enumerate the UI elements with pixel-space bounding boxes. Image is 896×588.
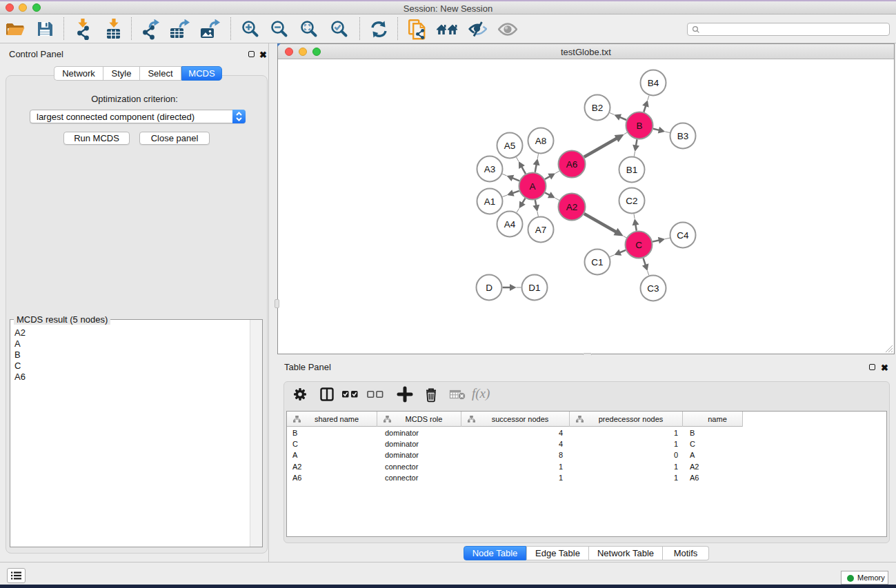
svg-text:C1: C1 <box>591 257 603 267</box>
svg-text:A: A <box>529 181 535 192</box>
svg-text:B1: B1 <box>626 165 638 175</box>
svg-text:A7: A7 <box>535 225 547 235</box>
svg-text:B: B <box>636 121 642 131</box>
svg-text:D: D <box>486 283 492 293</box>
svg-text:A6: A6 <box>566 159 578 170</box>
svg-text:B2: B2 <box>592 103 604 113</box>
svg-text:C: C <box>635 240 642 250</box>
svg-text:B4: B4 <box>648 78 659 88</box>
svg-text:C3: C3 <box>647 283 659 294</box>
svg-text:A1: A1 <box>484 196 496 207</box>
svg-text:A4: A4 <box>504 219 516 230</box>
svg-text:C2: C2 <box>626 196 637 206</box>
svg-text:A3: A3 <box>484 164 496 174</box>
svg-text:D1: D1 <box>528 283 540 293</box>
svg-text:B3: B3 <box>677 131 689 141</box>
svg-text:A8: A8 <box>535 136 547 146</box>
svg-text:A5: A5 <box>504 141 516 151</box>
svg-text:A2: A2 <box>566 202 578 212</box>
svg-text:C4: C4 <box>677 230 689 241</box>
